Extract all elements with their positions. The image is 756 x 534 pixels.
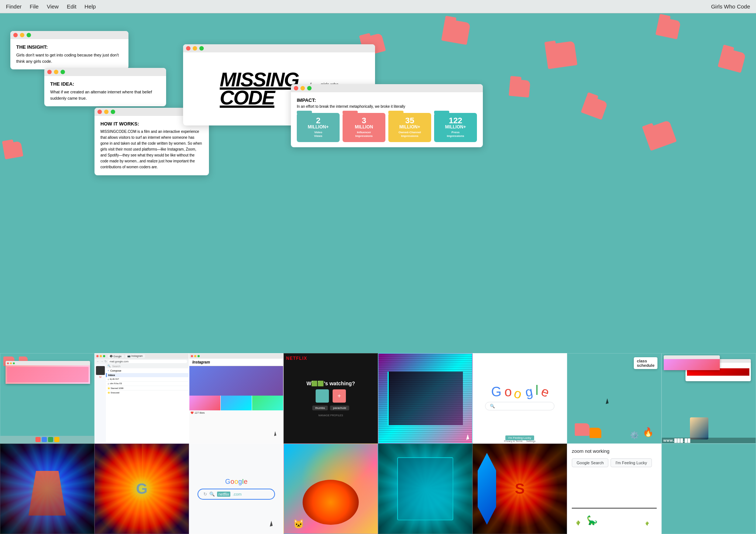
tl-red-3[interactable] xyxy=(97,110,102,114)
grid-cell-google-broken: G o o g l e 🔍 I'm Feeling Lucky Privacy … xyxy=(472,353,567,444)
cactus-1: 🌵 xyxy=(575,520,581,526)
tl-green[interactable] xyxy=(27,33,31,37)
tl-red[interactable] xyxy=(13,33,18,37)
tl-yellow-2[interactable] xyxy=(54,70,58,74)
idea-titlebar xyxy=(44,68,166,76)
feeling-lucky-btn-zoom[interactable]: I'm Feeling Lucky xyxy=(611,458,652,467)
grid-cell-teal-abstract xyxy=(378,444,472,534)
dock-icon-3 xyxy=(48,437,53,442)
grid-cell-mac-desktop xyxy=(0,353,94,444)
gmail-addressbar: ← → ↻ mail.google.com xyxy=(95,359,189,364)
insight-title: THE INSIGHT: xyxy=(16,44,123,50)
menu-edit[interactable]: Edit xyxy=(67,3,76,10)
tl-yellow-3[interactable] xyxy=(104,110,109,114)
mini-tl-r xyxy=(7,362,9,364)
star-icon: ☆ xyxy=(107,378,109,380)
email-row-1: ☆ bj dk 317 xyxy=(106,377,189,382)
fwd-btn[interactable]: → xyxy=(100,360,103,363)
gmail-sidebar: M xyxy=(95,364,106,443)
how-body: MISSINGCODE.COM is a film and an interac… xyxy=(100,129,203,170)
idea-window: THE IDEA: What if we created an alternat… xyxy=(44,68,166,106)
tl-green-4[interactable] xyxy=(199,46,204,51)
parachute-btn[interactable]: parachute xyxy=(330,406,349,410)
manage-profiles[interactable]: MANAGE PROFILES xyxy=(319,414,343,417)
tl-red-4[interactable] xyxy=(186,46,190,51)
class-schedule-card: classschedule xyxy=(634,357,657,369)
tl-yellow-4[interactable] xyxy=(193,46,197,51)
menu-file[interactable]: File xyxy=(30,3,39,10)
deco-folder-6 xyxy=(643,120,677,151)
address-bar[interactable]: mail.google.com xyxy=(108,360,187,363)
netflix-search-bar[interactable]: ↻ 🔍 netflix .com xyxy=(197,489,275,500)
search-icon-netflix-2: 🔍 xyxy=(209,492,215,497)
deco-folder-8 xyxy=(3,141,24,159)
email-row-2: ☆ clm N bu 03 xyxy=(106,382,189,386)
compose-btn[interactable]: + Compose xyxy=(106,368,189,373)
insta-thumb-1 xyxy=(189,396,220,410)
insta-likes: ❤️ 127 likes xyxy=(189,410,283,416)
gmail-tab: 🅖 Google xyxy=(108,355,124,358)
deco-folder-7 xyxy=(718,48,746,73)
cw-content-1 xyxy=(664,359,720,370)
i-tl-y xyxy=(194,355,196,357)
insight-content: THE INSIGHT: Girls don't want to get int… xyxy=(10,39,128,69)
profile-1[interactable] xyxy=(316,389,329,403)
tl-red-5[interactable] xyxy=(294,86,298,90)
tl-green-3[interactable] xyxy=(111,110,115,114)
tl-green-5[interactable] xyxy=(307,86,312,90)
l-1: l xyxy=(242,478,244,486)
google-search-box[interactable]: 🔍 xyxy=(485,402,554,410)
deco-folder-9 xyxy=(581,95,608,120)
stat-num-3: 35 xyxy=(391,117,428,125)
thumbs-btn[interactable]: thumbs xyxy=(312,406,328,410)
stat-suffix-1: MILLION+ xyxy=(300,125,337,129)
mini-dock xyxy=(0,436,94,443)
dino-game-area: 🦕 🌵 🌵 xyxy=(572,508,657,526)
menu-finder[interactable]: Finder xyxy=(6,3,22,10)
stat-num-2: 3 xyxy=(346,117,382,125)
e-1: e xyxy=(244,478,248,486)
menu-help[interactable]: Help xyxy=(85,3,96,10)
tl-yellow-5[interactable] xyxy=(300,86,305,90)
g-tl-g xyxy=(103,355,105,357)
email-row-4: ⭐ Snoozed xyxy=(106,390,189,395)
tl-green-2[interactable] xyxy=(61,70,65,74)
stat-suffix-4: MILLION+ xyxy=(437,125,474,129)
impact-window: IMPACT: In an effort to break the intern… xyxy=(291,84,483,147)
settings-link[interactable]: Settings xyxy=(526,440,536,442)
insta-post-row xyxy=(189,396,283,410)
zoom-buttons: Google Search I'm Feeling Lucky xyxy=(572,458,657,467)
deco-folder-3 xyxy=(545,41,577,69)
email-sender-1: bj dk 317 xyxy=(110,378,119,380)
tl-red-2[interactable] xyxy=(47,70,52,74)
impact-titlebar xyxy=(291,84,483,92)
insight-window: THE INSIGHT: Girls don't want to get int… xyxy=(10,31,128,69)
impact-title: IMPACT: xyxy=(297,97,477,103)
stat-suffix-2: MILLION xyxy=(346,125,382,129)
gmail-main: 🔍 Search + Compose Inbox ☆ bj dk 317 ☆ xyxy=(106,364,189,443)
screenshot-grid: 🅖 Google 📷 Instagram ← → ↻ mail.google.c… xyxy=(0,353,756,534)
search-placeholder: Search xyxy=(112,365,120,368)
grid-cell-chaos-art: 🐱 xyxy=(284,444,378,534)
cw-bar-1 xyxy=(664,355,720,359)
mini-browser-content xyxy=(6,365,90,384)
privacy-link[interactable]: Privacy & Terms xyxy=(504,440,522,442)
grid-cell-glitch-art xyxy=(378,353,472,444)
back-btn[interactable]: ← xyxy=(96,360,99,363)
stat-video-views: 2 MILLION+ VideoViews xyxy=(297,113,340,142)
tl-yellow[interactable] xyxy=(20,33,24,37)
reload-btn[interactable]: ↻ xyxy=(104,360,107,363)
missing-logo: MISSING CODE xyxy=(220,70,299,106)
idea-title: THE IDEA: xyxy=(50,81,160,87)
gmail-layout: M 🔍 Search + Compose Inbox ☆ bj dk 317 xyxy=(95,364,189,443)
i-tl-g xyxy=(197,355,200,357)
inbox-label: Inbox xyxy=(106,373,189,377)
gmail-search: 🔍 Search xyxy=(106,364,189,368)
deco-folder-4 xyxy=(655,17,681,39)
impact-content: IMPACT: In an effort to break the intern… xyxy=(291,92,483,147)
google-search-btn[interactable]: Google Search xyxy=(572,458,608,467)
insta-thumb-3 xyxy=(252,396,283,410)
profile-add[interactable]: + xyxy=(333,389,346,403)
g-1: G xyxy=(225,478,230,486)
menu-view[interactable]: View xyxy=(47,3,59,10)
